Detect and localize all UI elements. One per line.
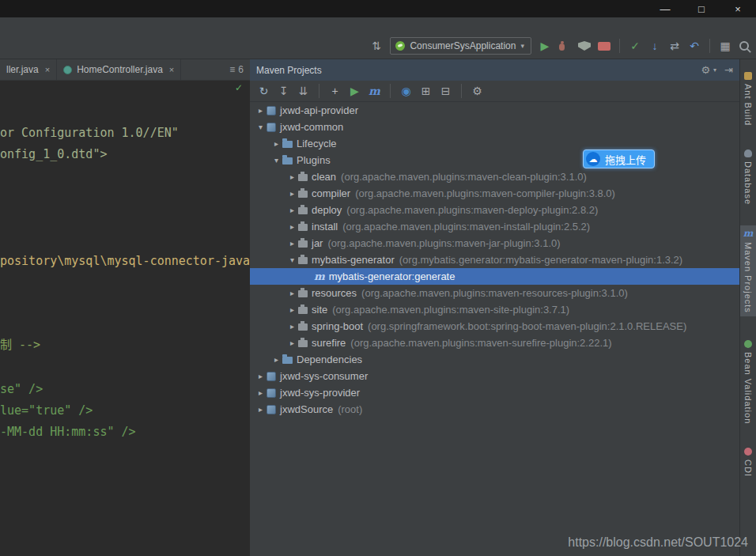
tree-node[interactable]: ▸jxwd-api-provider <box>250 102 739 119</box>
expand-arrow[interactable]: ▾ <box>270 156 282 165</box>
expand-arrow[interactable]: ▸ <box>286 172 298 181</box>
expand-arrow[interactable]: ▾ <box>255 123 266 131</box>
commit-button[interactable]: ✓ <box>629 39 641 53</box>
run-with-coverage-button[interactable] <box>578 41 591 51</box>
debug-button[interactable] <box>558 41 571 51</box>
tree-node[interactable]: ▸spring-boot(org.springframework.boot:sp… <box>250 318 739 335</box>
expand-arrow[interactable]: ▸ <box>286 305 298 314</box>
toolbar-separator <box>461 84 462 98</box>
close-button[interactable]: × <box>720 0 756 17</box>
tree-node[interactable]: ▾jxwd-common <box>250 119 739 135</box>
tree-node[interactable]: ▸deploy(org.apache.maven.plugins:maven-d… <box>250 202 739 218</box>
tree-node-label: compiler <box>312 187 350 199</box>
stripe-tab-ant-build[interactable]: Ant Build <box>740 72 756 126</box>
tree-node[interactable]: ▸surefire(org.apache.maven.plugins:maven… <box>250 335 739 351</box>
toolbar-separator <box>709 39 710 53</box>
generate-sources-icon[interactable]: ⇊ <box>297 84 309 98</box>
expand-arrow[interactable]: ▾ <box>286 255 298 264</box>
indent <box>250 210 286 210</box>
offline-mode-icon[interactable]: ◉ <box>400 84 412 98</box>
tree-node[interactable]: ▸clean(org.apache.maven.plugins:maven-cl… <box>250 168 739 185</box>
indent <box>250 143 270 144</box>
tree-node-label: clean <box>312 171 336 183</box>
indent <box>250 193 286 194</box>
run-config-label: ConsumerSysApplication <box>410 40 516 51</box>
indent <box>250 276 302 277</box>
expand-arrow[interactable]: ▸ <box>255 388 266 397</box>
toolbar-separator <box>619 39 620 53</box>
tree-node[interactable]: ▸resources(org.apache.maven.plugins:mave… <box>250 285 739 301</box>
stripe-tab-maven-projects[interactable]: mMaven Projects <box>740 225 756 316</box>
expand-arrow[interactable]: ▸ <box>286 189 298 198</box>
drag-upload-button[interactable]: ☁ 拖拽上传 <box>583 149 655 168</box>
editor-tab[interactable]: ller.java× <box>0 59 57 80</box>
execute-goal-icon[interactable]: m <box>369 84 380 98</box>
tree-node[interactable]: ▸compiler(org.apache.maven.plugins:maven… <box>250 185 739 202</box>
undo-button[interactable]: ↶ <box>688 39 701 53</box>
maximize-button[interactable]: □ <box>683 0 720 17</box>
editor-tab[interactable]: HomeController.java× <box>57 59 181 80</box>
tree-node[interactable]: ▸Lifecycle <box>250 135 739 152</box>
run-config-list-icon[interactable]: ⇅ <box>370 39 383 53</box>
run-maven-build-icon[interactable]: ▶ <box>349 84 361 98</box>
tree-node[interactable]: ▾Plugins <box>250 152 739 168</box>
close-tab-icon[interactable]: × <box>169 65 174 74</box>
expand-arrow[interactable]: ▸ <box>270 139 282 148</box>
tree-node-detail: (org.apache.maven.plugins:maven-deploy-p… <box>346 204 598 216</box>
expand-arrow[interactable]: ▸ <box>286 289 298 297</box>
reimport-icon[interactable]: ↻ <box>258 84 270 98</box>
tree-node[interactable]: ▸site(org.apache.maven.plugins:maven-sit… <box>250 301 739 318</box>
stripe-tab-bean-validation[interactable]: Bean Validation <box>740 340 756 424</box>
tree-node-label: install <box>312 221 338 233</box>
tree-node-detail: (org.apache.maven.plugins:maven-clean-pl… <box>341 171 587 183</box>
expand-arrow[interactable]: ▸ <box>255 106 266 115</box>
expand-arrow[interactable]: ▸ <box>286 322 298 331</box>
download-sources-icon[interactable]: ↧ <box>278 84 289 98</box>
stop-button[interactable] <box>598 42 610 51</box>
minimize-button[interactable]: — <box>647 0 683 17</box>
tree-node[interactable]: ▸Dependencies <box>250 351 739 368</box>
bean-icon <box>744 340 752 348</box>
tree-node-detail: (org.apache.maven.plugins:maven-compiler… <box>355 187 615 199</box>
stripe-tab-cdi[interactable]: CDI <box>740 448 756 477</box>
tree-node[interactable]: ▸jxwd-sys-consumer <box>250 368 739 384</box>
folder-icon <box>282 357 293 364</box>
tree-node-label: spring-boot <box>312 320 363 332</box>
tree-node-label: site <box>312 304 327 316</box>
add-maven-project-icon[interactable]: + <box>329 84 341 98</box>
expand-arrow[interactable]: ▸ <box>255 372 266 380</box>
maven-settings-icon[interactable]: ⚙ <box>471 84 483 98</box>
tree-node-label: Dependencies <box>297 354 362 365</box>
tree-node[interactable]: ▸install(org.apache.maven.plugins:maven-… <box>250 218 739 235</box>
expand-arrow[interactable]: ▸ <box>286 339 298 347</box>
tree-node-label: resources <box>312 287 357 299</box>
tab-label: ller.java <box>6 64 39 75</box>
tree-node[interactable]: ▸jxwdSource(root) <box>250 401 739 418</box>
tree-node[interactable]: ▸jxwd-sys-provider <box>250 384 739 401</box>
stripe-tab-label: CDI <box>743 460 753 477</box>
tab-list-dropdown[interactable]: ≡6 <box>229 59 250 80</box>
dependency-diagram-icon[interactable]: ⊞ <box>420 84 432 98</box>
run-config-selector[interactable]: ConsumerSysApplication ▾ <box>390 37 531 55</box>
expand-arrow[interactable]: ▸ <box>286 239 298 248</box>
compare-button[interactable]: ⇄ <box>668 39 681 53</box>
tree-node[interactable]: ▾mybatis-generator(org.mybatis.generator… <box>250 252 739 268</box>
collapse-all-icon[interactable]: ⊟ <box>440 84 452 98</box>
expand-arrow[interactable]: ▸ <box>255 405 266 414</box>
run-button[interactable]: ▶ <box>539 39 551 53</box>
search-everywhere-button[interactable] <box>739 40 751 52</box>
update-project-button[interactable]: ↓ <box>648 39 661 53</box>
expand-arrow[interactable]: ▸ <box>270 355 282 364</box>
gear-icon[interactable]: ⚙ <box>701 64 710 76</box>
close-tab-icon[interactable]: × <box>45 65 50 74</box>
module-icon <box>266 106 276 115</box>
hide-panel-icon[interactable]: ⇥ <box>724 64 733 76</box>
tree-node[interactable]: mmybatis-generator:generate <box>250 268 739 285</box>
code-editor[interactable]: or Configuration 1.0//EN"onfig_1_0.dtd">… <box>0 81 250 556</box>
spring-class-icon <box>63 66 72 74</box>
tree-node[interactable]: ▸jar(org.apache.maven.plugins:maven-jar-… <box>250 235 739 252</box>
expand-arrow[interactable]: ▸ <box>286 206 298 214</box>
tool-windows-button[interactable]: ▦ <box>719 39 731 53</box>
expand-arrow[interactable]: ▸ <box>286 222 298 231</box>
stripe-tab-database[interactable]: Database <box>740 149 756 205</box>
